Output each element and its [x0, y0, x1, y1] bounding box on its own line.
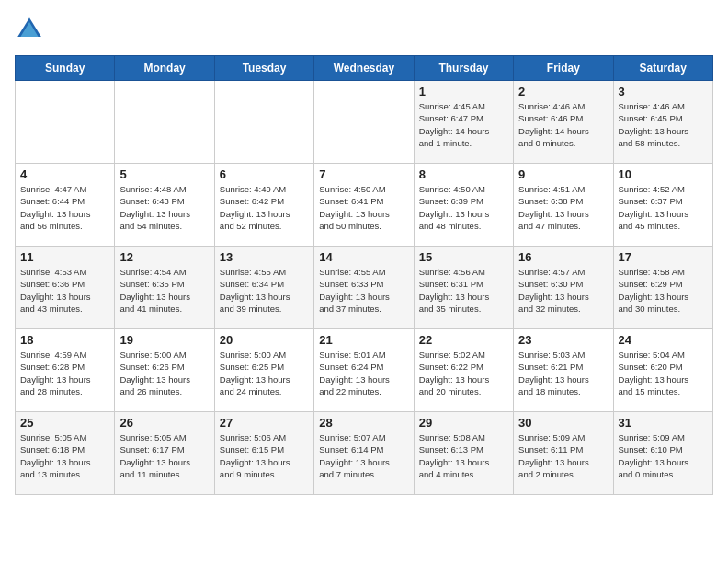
cell-content: Sunrise: 4:46 AM Sunset: 6:45 PM Dayligh…	[619, 100, 708, 149]
cell-content: Sunrise: 5:08 AM Sunset: 6:13 PM Dayligh…	[419, 431, 508, 480]
day-number: 1	[419, 85, 508, 98]
day-number: 17	[619, 250, 708, 264]
logo	[15, 15, 48, 44]
day-number: 4	[20, 167, 109, 181]
cell-content: Sunrise: 4:54 AM Sunset: 6:35 PM Dayligh…	[119, 266, 209, 315]
cell-content: Sunrise: 4:47 AM Sunset: 6:44 PM Dayligh…	[20, 183, 109, 232]
calendar-cell: 21Sunrise: 5:01 AM Sunset: 6:24 PM Dayli…	[314, 329, 414, 412]
cell-content: Sunrise: 5:02 AM Sunset: 6:22 PM Dayligh…	[419, 349, 508, 397]
cell-content: Sunrise: 4:51 AM Sunset: 6:38 PM Dayligh…	[518, 183, 608, 232]
cell-content: Sunrise: 4:48 AM Sunset: 6:43 PM Dayligh…	[119, 183, 209, 232]
day-number: 15	[419, 250, 508, 264]
day-number: 28	[319, 416, 408, 430]
calendar-cell: 30Sunrise: 5:09 AM Sunset: 6:11 PM Dayli…	[514, 412, 613, 495]
calendar-cell: 16Sunrise: 4:57 AM Sunset: 6:30 PM Dayli…	[514, 247, 613, 329]
day-number: 10	[619, 167, 708, 181]
day-number: 13	[220, 250, 309, 264]
day-number: 11	[20, 250, 109, 264]
day-number: 14	[319, 250, 408, 264]
day-number: 16	[518, 250, 608, 264]
cell-content: Sunrise: 4:55 AM Sunset: 6:33 PM Dayligh…	[319, 266, 408, 315]
day-number: 27	[220, 416, 309, 430]
calendar-cell: 26Sunrise: 5:05 AM Sunset: 6:17 PM Dayli…	[115, 412, 214, 495]
cell-content: Sunrise: 4:56 AM Sunset: 6:31 PM Dayligh…	[419, 266, 508, 315]
cell-content: Sunrise: 4:50 AM Sunset: 6:39 PM Dayligh…	[419, 183, 508, 232]
calendar-cell: 28Sunrise: 5:07 AM Sunset: 6:14 PM Dayli…	[314, 412, 414, 495]
calendar-cell: 31Sunrise: 5:09 AM Sunset: 6:10 PM Dayli…	[613, 412, 712, 495]
cell-content: Sunrise: 5:07 AM Sunset: 6:14 PM Dayligh…	[319, 431, 408, 480]
calendar-cell: 13Sunrise: 4:55 AM Sunset: 6:34 PM Dayli…	[214, 247, 313, 329]
calendar-table: SundayMondayTuesdayWednesdayThursdayFrid…	[15, 55, 713, 495]
column-header-saturday: Saturday	[613, 56, 712, 81]
calendar-cell: 27Sunrise: 5:06 AM Sunset: 6:15 PM Dayli…	[214, 412, 313, 495]
day-number: 8	[419, 167, 508, 181]
calendar-cell: 17Sunrise: 4:58 AM Sunset: 6:29 PM Dayli…	[613, 247, 712, 329]
calendar-cell: 19Sunrise: 5:00 AM Sunset: 6:26 PM Dayli…	[115, 329, 214, 412]
cell-content: Sunrise: 4:49 AM Sunset: 6:42 PM Dayligh…	[220, 183, 309, 232]
cell-content: Sunrise: 4:53 AM Sunset: 6:36 PM Dayligh…	[20, 266, 109, 315]
calendar-cell: 25Sunrise: 5:05 AM Sunset: 6:18 PM Dayli…	[16, 412, 115, 495]
day-number: 24	[619, 333, 708, 347]
day-number: 9	[518, 167, 608, 181]
cell-content: Sunrise: 4:52 AM Sunset: 6:37 PM Dayligh…	[619, 183, 708, 232]
cell-content: Sunrise: 5:00 AM Sunset: 6:25 PM Dayligh…	[220, 349, 309, 397]
day-number: 6	[220, 167, 309, 181]
day-number: 21	[319, 333, 408, 347]
calendar-cell	[314, 81, 414, 164]
day-number: 3	[619, 85, 708, 98]
cell-content: Sunrise: 4:55 AM Sunset: 6:34 PM Dayligh…	[220, 266, 309, 315]
calendar-cell: 12Sunrise: 4:54 AM Sunset: 6:35 PM Dayli…	[115, 247, 214, 329]
calendar-cell: 7Sunrise: 4:50 AM Sunset: 6:41 PM Daylig…	[314, 164, 414, 247]
calendar-cell	[115, 81, 214, 164]
day-number: 22	[419, 333, 508, 347]
cell-content: Sunrise: 5:06 AM Sunset: 6:15 PM Dayligh…	[220, 431, 309, 480]
day-number: 19	[119, 333, 209, 347]
calendar-cell: 24Sunrise: 5:04 AM Sunset: 6:20 PM Dayli…	[613, 329, 712, 412]
day-number: 18	[20, 333, 109, 347]
calendar-cell	[16, 81, 115, 164]
calendar-cell: 9Sunrise: 4:51 AM Sunset: 6:38 PM Daylig…	[514, 164, 613, 247]
calendar-cell: 1Sunrise: 4:45 AM Sunset: 6:47 PM Daylig…	[414, 81, 513, 164]
cell-content: Sunrise: 4:57 AM Sunset: 6:30 PM Dayligh…	[518, 266, 608, 315]
column-header-sunday: Sunday	[16, 56, 115, 81]
cell-content: Sunrise: 5:01 AM Sunset: 6:24 PM Dayligh…	[319, 349, 408, 397]
cell-content: Sunrise: 4:45 AM Sunset: 6:47 PM Dayligh…	[419, 100, 508, 149]
cell-content: Sunrise: 5:05 AM Sunset: 6:18 PM Dayligh…	[20, 431, 109, 480]
cell-content: Sunrise: 4:50 AM Sunset: 6:41 PM Dayligh…	[319, 183, 408, 232]
calendar-cell: 3Sunrise: 4:46 AM Sunset: 6:45 PM Daylig…	[613, 81, 712, 164]
day-number: 30	[518, 416, 608, 430]
cell-content: Sunrise: 5:03 AM Sunset: 6:21 PM Dayligh…	[518, 349, 608, 397]
calendar-cell: 4Sunrise: 4:47 AM Sunset: 6:44 PM Daylig…	[16, 164, 115, 247]
cell-content: Sunrise: 4:46 AM Sunset: 6:46 PM Dayligh…	[518, 100, 608, 149]
calendar-cell: 20Sunrise: 5:00 AM Sunset: 6:25 PM Dayli…	[214, 329, 313, 412]
cell-content: Sunrise: 5:04 AM Sunset: 6:20 PM Dayligh…	[619, 349, 708, 397]
logo-icon	[15, 15, 44, 44]
cell-content: Sunrise: 4:58 AM Sunset: 6:29 PM Dayligh…	[619, 266, 708, 315]
column-header-wednesday: Wednesday	[314, 56, 414, 81]
day-number: 31	[619, 416, 708, 430]
column-header-monday: Monday	[115, 56, 214, 81]
column-header-thursday: Thursday	[414, 56, 513, 81]
calendar-cell	[214, 81, 313, 164]
column-header-tuesday: Tuesday	[214, 56, 313, 81]
calendar-cell: 23Sunrise: 5:03 AM Sunset: 6:21 PM Dayli…	[514, 329, 613, 412]
day-number: 7	[319, 167, 408, 181]
day-number: 5	[119, 167, 209, 181]
cell-content: Sunrise: 4:59 AM Sunset: 6:28 PM Dayligh…	[20, 349, 109, 397]
calendar-cell: 2Sunrise: 4:46 AM Sunset: 6:46 PM Daylig…	[514, 81, 613, 164]
day-number: 26	[119, 416, 209, 430]
day-number: 2	[518, 85, 608, 98]
calendar-cell: 15Sunrise: 4:56 AM Sunset: 6:31 PM Dayli…	[414, 247, 513, 329]
calendar-cell: 8Sunrise: 4:50 AM Sunset: 6:39 PM Daylig…	[414, 164, 513, 247]
cell-content: Sunrise: 5:09 AM Sunset: 6:11 PM Dayligh…	[518, 431, 608, 480]
cell-content: Sunrise: 5:00 AM Sunset: 6:26 PM Dayligh…	[119, 349, 209, 397]
day-number: 20	[220, 333, 309, 347]
day-number: 25	[20, 416, 109, 430]
column-header-friday: Friday	[514, 56, 613, 81]
day-number: 12	[119, 250, 209, 264]
calendar-cell: 5Sunrise: 4:48 AM Sunset: 6:43 PM Daylig…	[115, 164, 214, 247]
calendar-cell: 6Sunrise: 4:49 AM Sunset: 6:42 PM Daylig…	[214, 164, 313, 247]
cell-content: Sunrise: 5:09 AM Sunset: 6:10 PM Dayligh…	[619, 431, 708, 480]
calendar-cell: 10Sunrise: 4:52 AM Sunset: 6:37 PM Dayli…	[613, 164, 712, 247]
day-number: 23	[518, 333, 608, 347]
